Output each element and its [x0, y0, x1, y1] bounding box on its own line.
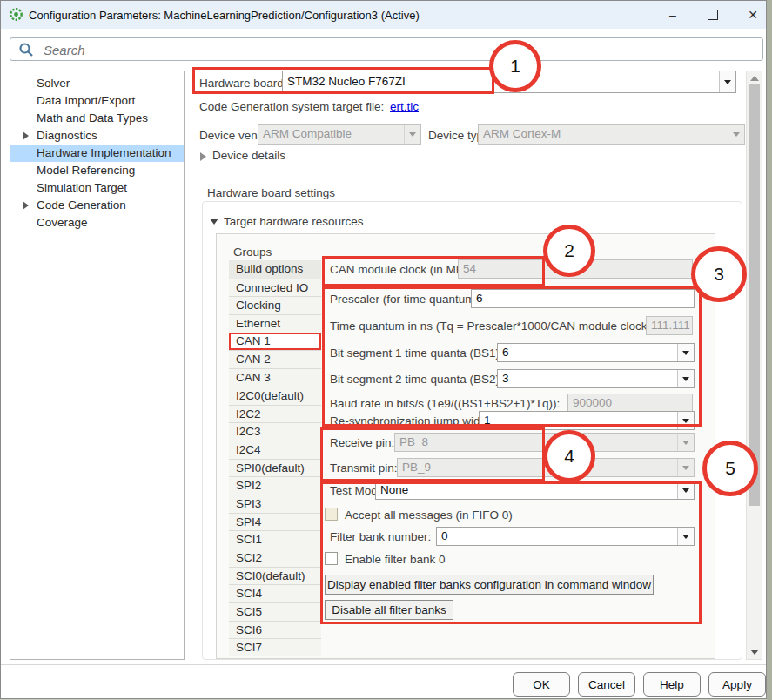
- transmit-pin-label: Transmit pin:: [330, 461, 398, 475]
- device-type-combobox: ARM Cortex-M: [478, 124, 745, 145]
- group-item-spi2[interactable]: SPI2: [229, 476, 321, 495]
- apply-button[interactable]: Apply: [708, 672, 766, 697]
- maximize-icon: [708, 10, 718, 20]
- ert-tlc-link[interactable]: ert.tlc: [390, 100, 419, 113]
- annotation-circle-2: 2: [543, 225, 595, 277]
- bit-segment2-combobox[interactable]: 3: [497, 369, 695, 388]
- close-button[interactable]: ✕: [740, 6, 766, 24]
- sidebar-item-coverage[interactable]: Coverage: [10, 214, 184, 232]
- system-target-file-label: Code Generation system target file:: [199, 100, 384, 113]
- chevron-down-icon[interactable]: [677, 412, 694, 429]
- group-item-spi4[interactable]: SPI4: [229, 513, 321, 531]
- sidebar-item-hardware-implementation[interactable]: Hardware Implementation: [10, 145, 184, 162]
- search-input[interactable]: [42, 40, 742, 60]
- sidebar-item-code-generation[interactable]: Code Generation: [10, 197, 184, 214]
- prescaler-field[interactable]: 6: [471, 289, 695, 308]
- hardware-board-settings-heading: Hardware board settings: [207, 186, 335, 199]
- accept-all-messages-label: Accept all messages (in FIFO 0): [345, 508, 513, 522]
- group-item-i2c0[interactable]: I2C0(default): [229, 387, 321, 405]
- chevron-down-icon[interactable]: [677, 481, 694, 499]
- expand-arrow-icon[interactable]: [23, 131, 29, 140]
- search-icon: [18, 42, 34, 57]
- bit-segment1-combobox[interactable]: 6: [497, 343, 695, 362]
- prescaler-label: Prescaler (for time quantum):: [330, 293, 482, 306]
- expand-arrow-icon[interactable]: [200, 152, 206, 161]
- chevron-down-icon: [677, 459, 694, 476]
- time-quantum-field: 111.111: [646, 316, 693, 335]
- sidebar-item-model-referencing[interactable]: Model Referencing: [10, 162, 184, 179]
- resync-jump-width-combobox[interactable]: 1: [479, 411, 695, 430]
- group-item-sci4[interactable]: SCI4: [229, 584, 321, 602]
- accept-all-messages-checkbox[interactable]: [325, 508, 338, 521]
- close-icon: ✕: [748, 8, 758, 22]
- maximize-button[interactable]: [700, 6, 726, 24]
- group-item-ethernet[interactable]: Ethernet: [229, 314, 321, 333]
- hardware-board-label: Hardware board:: [199, 77, 287, 90]
- help-button[interactable]: Help: [643, 672, 701, 697]
- chevron-down-icon: [404, 125, 420, 144]
- target-hardware-resources-toggle[interactable]: Target hardware resources: [224, 215, 364, 228]
- resync-jump-width-label: Re-synchronization jump width:: [330, 414, 493, 427]
- enable-filter-bank-checkbox[interactable]: [325, 552, 338, 565]
- group-item-can2[interactable]: CAN 2: [229, 350, 321, 368]
- chevron-down-icon[interactable]: [719, 71, 735, 92]
- scroll-down-icon[interactable]: [747, 650, 762, 655]
- group-item-sci2[interactable]: SCI2: [229, 549, 321, 567]
- simulink-config-gear-icon: [9, 7, 23, 22]
- group-item-sci6[interactable]: SCI6: [229, 621, 321, 639]
- group-item-connected-io[interactable]: Connected IO: [229, 279, 321, 297]
- collapse-arrow-icon[interactable]: [210, 219, 218, 225]
- ok-button[interactable]: OK: [513, 672, 570, 697]
- chevron-down-icon: [728, 125, 744, 144]
- group-item-sci0[interactable]: SCI0(default): [229, 567, 321, 585]
- display-filter-banks-button[interactable]: Display enabled filter banks configurati…: [325, 575, 654, 595]
- enable-filter-bank-label: Enable filter bank 0: [345, 553, 446, 566]
- desktop-background: [767, 0, 772, 700]
- disable-all-filter-banks-button[interactable]: Disable all filter banks: [325, 600, 453, 620]
- time-quantum-label: Time quantum in ns (Tq = Prescaler*1000/…: [330, 320, 655, 333]
- group-item-clocking[interactable]: Clocking: [229, 296, 321, 314]
- group-item-i2c4[interactable]: I2C4: [229, 441, 321, 459]
- scroll-up-icon[interactable]: [747, 71, 762, 81]
- test-mode-combobox[interactable]: None: [375, 481, 695, 500]
- expand-arrow-icon[interactable]: [23, 201, 29, 210]
- chevron-down-icon[interactable]: [677, 528, 694, 545]
- sidebar-item-solver[interactable]: Solver: [10, 75, 184, 92]
- device-vendor-combobox: ARM Compatible: [258, 124, 421, 145]
- group-item-spi3[interactable]: SPI3: [229, 495, 321, 513]
- filter-bank-number-combobox[interactable]: 0: [436, 527, 695, 546]
- can-module-clock-label: CAN module clock (in MHz):: [330, 263, 478, 276]
- sidebar-item-diagnostics[interactable]: Diagnostics: [10, 127, 184, 145]
- group-item-i2c3[interactable]: I2C3: [229, 422, 321, 441]
- group-item-can3[interactable]: CAN 3: [229, 368, 321, 387]
- groups-header: Groups: [233, 246, 272, 259]
- search-box[interactable]: [10, 37, 763, 61]
- group-item-build-options[interactable]: Build options: [229, 260, 321, 279]
- baud-rate-field: 900000: [567, 394, 693, 413]
- group-item-can1[interactable]: CAN 1: [229, 333, 321, 351]
- groups-list: Build options Connected IO Clocking Ethe…: [229, 260, 321, 657]
- sidebar-item-data-import-export[interactable]: Data Import/Export: [10, 92, 184, 110]
- group-item-sci5[interactable]: SCI5: [229, 602, 321, 621]
- device-details-toggle[interactable]: Device details: [212, 149, 285, 162]
- bit-segment1-label: Bit segment 1 time quanta (BS1):: [330, 347, 503, 360]
- baud-rate-label: Baud rate in bits/s (1e9/((BS1+BS2+1)*Tq…: [330, 397, 560, 410]
- minimize-icon: –: [669, 8, 676, 22]
- group-item-sci1[interactable]: SCI1: [229, 530, 321, 549]
- configuration-parameters-window: Configuration Parameters: MachineLearnin…: [0, 0, 767, 699]
- chevron-down-icon[interactable]: [677, 370, 694, 387]
- cancel-button[interactable]: Cancel: [578, 672, 635, 697]
- annotation-circle-4: 4: [543, 430, 595, 482]
- scrollbar-thumb[interactable]: [749, 84, 760, 506]
- group-item-spi0[interactable]: SPI0(default): [229, 459, 321, 477]
- annotation-circle-3: 3: [691, 246, 747, 302]
- sidebar-item-math-and-data-types[interactable]: Math and Data Types: [10, 110, 184, 127]
- filter-bank-number-label: Filter bank number:: [330, 530, 431, 543]
- group-item-sci7[interactable]: SCI7: [229, 638, 321, 656]
- sidebar-item-simulation-target[interactable]: Simulation Target: [10, 179, 184, 197]
- window-title: Configuration Parameters: MachineLearnin…: [29, 9, 420, 22]
- minimize-button[interactable]: –: [660, 6, 686, 24]
- footer-divider: [1, 664, 766, 665]
- chevron-down-icon[interactable]: [677, 344, 694, 361]
- group-item-i2c2[interactable]: I2C2: [229, 405, 321, 423]
